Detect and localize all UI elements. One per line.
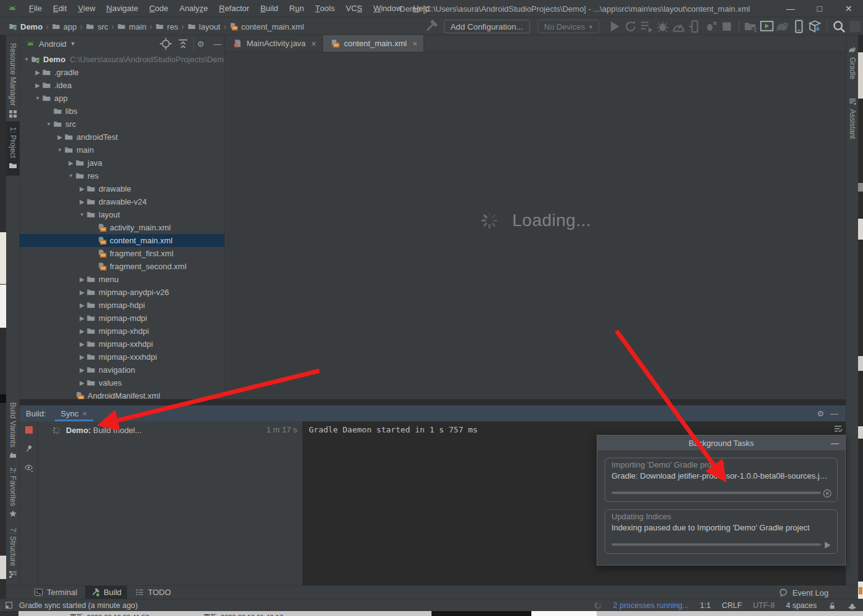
tree-chevron-down-icon[interactable]: ▼	[33, 95, 42, 101]
collapse-all-icon[interactable]	[176, 37, 190, 51]
breadcrumb-item-layout[interactable]: layout	[187, 22, 221, 31]
tree-row-menu[interactable]: ▶menu	[20, 273, 225, 286]
stripe-button-2-favorites[interactable]: 2: Favorites	[6, 467, 20, 519]
tree-row-androidTest[interactable]: ▶androidTest	[20, 131, 225, 144]
stripe-button-build-variants[interactable]: Build Variants	[6, 399, 20, 462]
tree-row-mipmap-xxhdpi[interactable]: ▶mipmap-xxhdpi	[20, 338, 225, 351]
breadcrumb-item-main[interactable]: main	[117, 22, 146, 31]
menu-file[interactable]: File	[23, 0, 47, 17]
build-hammer-icon[interactable]	[423, 19, 438, 34]
tree-row-content_main-xml[interactable]: <>content_main.xml	[20, 234, 225, 247]
tree-chevron-right-icon[interactable]: ▶	[78, 302, 86, 309]
menu-vcs[interactable]: VCS	[340, 0, 368, 17]
editor-tab-MainActivity-java[interactable]: MainActivity.java×	[226, 35, 323, 52]
tree-row-navigation[interactable]: ▶navigation	[20, 363, 225, 376]
tree-chevron-down-icon[interactable]: ▼	[78, 212, 86, 217]
breadcrumb-item-res[interactable]: res	[155, 22, 178, 31]
bottom-tab-todo[interactable]: TODO	[129, 586, 176, 599]
tree-row--idea[interactable]: ▶.idea	[20, 79, 225, 92]
menu-view[interactable]: View	[72, 0, 100, 17]
layout-inspector-icon[interactable]	[759, 19, 774, 34]
soft-wrap-icon[interactable]	[833, 424, 843, 434]
cancel-task-icon[interactable]	[822, 488, 832, 498]
stripe-button-gradle[interactable]: Gradle	[846, 39, 859, 87]
tree-row-mipmap-anydpi-v26[interactable]: ▶mipmap-anydpi-v26	[20, 286, 225, 299]
tree-chevron-right-icon[interactable]: ▶	[33, 69, 42, 76]
project-view-selector[interactable]: Android	[39, 39, 67, 49]
unlock-icon[interactable]	[828, 601, 836, 610]
tree-chevron-right-icon[interactable]: ▶	[78, 379, 86, 386]
gradle-sync-icon[interactable]	[775, 19, 790, 34]
hide-panel-icon[interactable]: —	[827, 407, 841, 420]
tree-row-values[interactable]: ▶values	[20, 376, 225, 389]
tree-chevron-down-icon[interactable]: ▼	[44, 121, 53, 127]
caret-position[interactable]: 1:1	[700, 601, 711, 610]
background-tasks-header[interactable]: Background Tasks —	[597, 436, 845, 450]
attach-debugger-icon[interactable]	[703, 19, 718, 34]
tree-chevron-down-icon[interactable]: ▼	[67, 173, 75, 179]
menu-edit[interactable]: Edit	[47, 0, 72, 17]
tree-chevron-right-icon[interactable]: ▶	[78, 185, 86, 192]
stripe-button-assistant[interactable]: Assistant	[846, 92, 859, 145]
stop-icon[interactable]	[719, 19, 734, 34]
tree-row-mipmap-xxxhdpi[interactable]: ▶mipmap-xxxhdpi	[20, 351, 225, 363]
tree-chevron-right-icon[interactable]: ▶	[55, 134, 64, 140]
settings-square-icon[interactable]	[848, 19, 862, 34]
tree-row-main[interactable]: ▼main	[20, 144, 225, 156]
sync-folders-icon[interactable]	[743, 19, 758, 34]
settings-gear-icon[interactable]: ⚙	[814, 407, 827, 420]
tree-row-app[interactable]: ▼app	[20, 92, 225, 105]
close-icon[interactable]: ×	[82, 409, 87, 418]
tool-window-toggle-icon[interactable]	[5, 601, 13, 609]
tree-chevron-right-icon[interactable]: ▶	[67, 160, 75, 166]
file-encoding[interactable]: UTF-8	[753, 601, 775, 610]
build-task-row[interactable]: Demo: Build model...	[39, 423, 302, 437]
tree-row-java[interactable]: ▶java	[20, 156, 225, 169]
menu-navigate[interactable]: Navigate	[101, 0, 144, 17]
search-everywhere-icon[interactable]	[832, 19, 846, 34]
line-ending[interactable]: CRLF	[722, 601, 742, 610]
editor-tab-content_main-xml[interactable]: <>content_main.xml×	[323, 35, 424, 52]
bottom-tab-build[interactable]: Build	[85, 586, 127, 599]
debug-icon[interactable]	[655, 19, 670, 34]
tree-row-fragment_first-xml[interactable]: <>fragment_first.xml	[20, 247, 225, 260]
tree-row-activity_main-xml[interactable]: <>activity_main.xml	[20, 221, 225, 234]
tree-row-mipmap-mdpi[interactable]: ▶mipmap-mdpi	[20, 312, 225, 325]
view-options-eye-icon[interactable]	[24, 463, 34, 473]
tree-chevron-right-icon[interactable]: ▶	[78, 315, 86, 322]
add-configuration-button[interactable]: Add Configuration...	[444, 20, 530, 33]
tree-chevron-right-icon[interactable]: ▶	[78, 198, 86, 205]
tree-row-Demo[interactable]: ▼DemoC:\Users\asura\AndroidStudioProject…	[20, 53, 225, 66]
tree-chevron-right-icon[interactable]: ▶	[33, 82, 42, 89]
menu-build[interactable]: Build	[255, 0, 284, 17]
tree-chevron-right-icon[interactable]: ▶	[78, 276, 86, 283]
tree-row--gradle[interactable]: ▶.gradle	[20, 66, 225, 79]
event-log-button[interactable]: Event Log	[779, 586, 828, 599]
breadcrumb-item-src[interactable]: src	[86, 22, 108, 31]
tree-row-mipmap-hdpi[interactable]: ▶mipmap-hdpi	[20, 299, 225, 312]
stop-build-button[interactable]	[25, 426, 33, 434]
menu-tools[interactable]: Tools	[309, 0, 340, 17]
ide-errors-icon[interactable]	[848, 601, 857, 610]
device-selector[interactable]: No Devices▾	[538, 20, 600, 33]
run-icon[interactable]	[607, 19, 622, 34]
device-manager-icon[interactable]	[791, 19, 806, 34]
hide-panel-icon[interactable]: —	[211, 37, 224, 51]
menu-code[interactable]: Code	[144, 0, 174, 17]
settings-gear-icon[interactable]: ⚙	[194, 37, 207, 51]
stripe-button-7-structure[interactable]: 7: Structure	[6, 525, 20, 582]
tree-chevron-right-icon[interactable]: ▶	[78, 328, 86, 334]
profiler-icon[interactable]	[671, 19, 686, 34]
indent-setting[interactable]: 4 spaces	[786, 601, 817, 610]
maximize-button[interactable]: □	[805, 0, 834, 17]
tree-row-drawable-v24[interactable]: ▶drawable-v24	[20, 195, 225, 208]
tree-row-drawable[interactable]: ▶drawable	[20, 182, 225, 195]
tree-chevron-right-icon[interactable]: ▶	[78, 367, 86, 373]
breadcrumb-item-app[interactable]: app	[52, 22, 77, 31]
breadcrumb-item-content_main-xml[interactable]: <>content_main.xml	[229, 22, 304, 31]
pin-icon[interactable]	[24, 444, 34, 453]
tree-row-fragment_second-xml[interactable]: <>fragment_second.xml	[20, 260, 225, 273]
stripe-button-resource-manager[interactable]: Resource Manager	[6, 40, 20, 121]
tree-row-mipmap-xhdpi[interactable]: ▶mipmap-xhdpi	[20, 325, 225, 338]
panel-splitter[interactable]	[20, 399, 846, 405]
